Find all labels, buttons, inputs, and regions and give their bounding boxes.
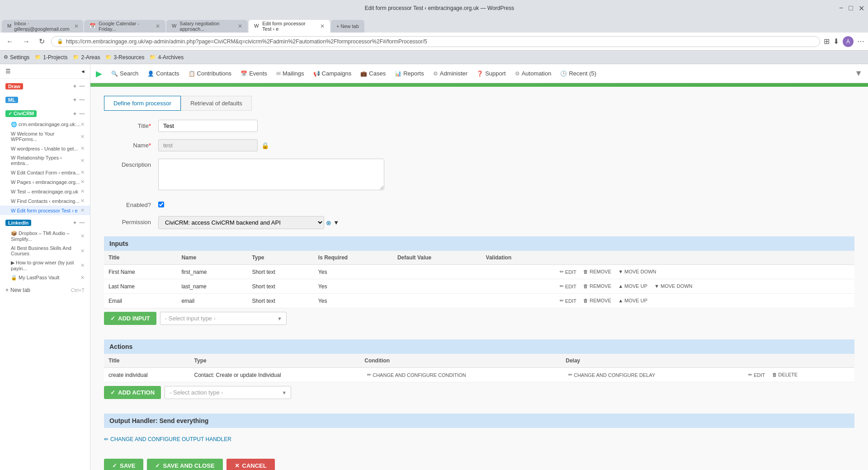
nav-search[interactable]: 🔍 Search <box>108 68 142 79</box>
linkedin-add-icon[interactable]: + <box>73 220 76 226</box>
add-input-button[interactable]: ✓ ADD INPUT <box>104 312 156 325</box>
sidebar-item-crm[interactable]: 🌐 crm.embracingage.org.uk:... ✕ <box>0 120 90 129</box>
refresh-button[interactable]: ↻ <box>36 36 47 47</box>
back-button[interactable]: ← <box>4 37 16 47</box>
sidebar-item-wpforms-close[interactable]: ✕ <box>80 134 85 140</box>
sidebar-item-editform[interactable]: W Edit form processor Test ‹ e ✕ <box>0 206 90 215</box>
new-tab-button[interactable]: + New tab Ctrl+T <box>0 284 90 296</box>
maximize-btn[interactable]: □ <box>849 4 853 13</box>
menu-btn[interactable]: ⋯ <box>857 37 864 46</box>
tab-close-calendar[interactable]: ✕ <box>156 23 160 29</box>
linkedin-more-icon[interactable]: ⋯ <box>79 220 85 226</box>
tab-calendar[interactable]: 📅 Google Calendar - Friday... ✕ <box>84 20 165 33</box>
sidebar-item-dropbox[interactable]: 📦 Dropbox – TMI Audio – Simplify... ✕ <box>0 229 90 244</box>
row3-moveup-btn[interactable]: ▲ MOVE UP <box>615 297 650 304</box>
bookmark-settings[interactable]: ⚙ Settings <box>4 54 29 61</box>
tab-editform[interactable]: W Edit form processor Test ‹ e ✕ <box>249 20 330 33</box>
sidebar-item-skills[interactable]: AI Best Business Skills And Courses ✕ <box>0 244 90 258</box>
permission-clear-icon[interactable]: ⊗ <box>326 219 331 226</box>
sidebar-item-dropbox-close[interactable]: ✕ <box>80 233 85 239</box>
sidebar-item-wpforms[interactable]: W Welcome to Your WPForms... ✕ <box>0 129 90 144</box>
sidebar-item-pages-close[interactable]: ✕ <box>80 179 85 185</box>
sidebar-menu-icon[interactable]: ☰ <box>5 68 11 75</box>
row1-edit-btn[interactable]: ✏ EDIT <box>557 268 579 276</box>
sidebar-item-skills-close[interactable]: ✕ <box>80 248 85 254</box>
nav-cases[interactable]: 💼 Cases <box>357 68 389 79</box>
nav-contributions[interactable]: 📋 Contributions <box>185 68 236 79</box>
nav-more-button[interactable]: ▼ <box>854 69 863 78</box>
forward-button[interactable]: → <box>20 37 33 47</box>
bookmark-areas[interactable]: 📁 2-Areas <box>73 54 100 61</box>
sidebar-item-editform-close[interactable]: ✕ <box>80 207 85 213</box>
tab-close-editform[interactable]: ✕ <box>320 23 325 29</box>
tab-define-form-processor[interactable]: Define form processor <box>104 96 181 111</box>
change-condition-btn[interactable]: ✏ CHANGE AND CONFIGURE CONDITION <box>364 371 469 379</box>
close-btn[interactable]: ✕ <box>859 4 864 13</box>
sidebar-item-grow-close[interactable]: ✕ <box>80 263 85 268</box>
action-type-select[interactable]: - Select action type - <box>165 386 291 399</box>
row3-edit-btn[interactable]: ✏ EDIT <box>557 297 579 305</box>
ml-add-icon[interactable]: + <box>73 97 76 103</box>
sidebar-item-lastpass-close[interactable]: ✕ <box>80 275 85 281</box>
permission-select[interactable]: CiviCRM: access CiviCRM backend and API <box>158 216 324 229</box>
sidebar-item-test[interactable]: W Test – embracingage.org.uk ✕ <box>0 187 90 196</box>
save-and-close-button[interactable]: ✓ SAVE AND CLOSE <box>147 459 222 470</box>
sidebar-item-findcontacts[interactable]: W Find Contacts ‹ embracing... ✕ <box>0 196 90 206</box>
nav-automation[interactable]: ⚙ Automation <box>511 68 555 79</box>
tab-newtab[interactable]: + New tab <box>331 20 364 33</box>
sidebar-item-editcontact[interactable]: W Edit Contact Form ‹ embra... ✕ <box>0 168 90 177</box>
action-row1-delete-btn[interactable]: 🗑 DELETE <box>769 371 801 378</box>
title-input[interactable] <box>158 120 258 132</box>
sidebar-item-grow[interactable]: ▶ How to grow wiser (by just payin... ✕ <box>0 258 90 273</box>
civicrm-more-icon[interactable]: ⋯ <box>79 111 85 117</box>
tab-close-inbox[interactable]: ✕ <box>74 23 79 29</box>
nav-contacts[interactable]: 👤 Contacts <box>144 68 183 79</box>
draw-add-icon[interactable]: + <box>73 83 76 89</box>
sidebar-item-crm-close[interactable]: ✕ <box>80 122 85 127</box>
row1-remove-btn[interactable]: 🗑 REMOVE <box>580 268 614 275</box>
nav-events[interactable]: 📅 Events <box>237 68 271 79</box>
action-row1-edit-btn[interactable]: ✏ EDIT <box>745 371 768 379</box>
nav-reports[interactable]: 📊 Reports <box>391 68 428 79</box>
nav-administer[interactable]: ⚙ Administer <box>429 68 471 79</box>
save-button[interactable]: ✓ SAVE <box>104 459 143 470</box>
sidebar-item-editcontact-close[interactable]: ✕ <box>80 169 85 175</box>
sidebar-item-reltypes-close[interactable]: ✕ <box>80 158 85 164</box>
row2-remove-btn[interactable]: 🗑 REMOVE <box>580 282 614 290</box>
nav-mailings[interactable]: ✉ Mailings <box>273 68 308 79</box>
bookmark-projects[interactable]: 📁 1-Projects <box>35 54 67 61</box>
change-output-handler-btn[interactable]: ✏ CHANGE AND CONFIGURE OUTPUT HANDLER <box>104 434 231 444</box>
cancel-button[interactable]: ✕ CANCEL <box>226 459 275 470</box>
row1-movedown-btn[interactable]: ▼ MOVE DOWN <box>615 268 659 275</box>
description-textarea[interactable] <box>158 159 384 190</box>
tab-retrieval-defaults[interactable]: Retrieval of defaults <box>181 96 252 111</box>
extensions-btn[interactable]: ⊞ <box>824 37 830 46</box>
draw-more-icon[interactable]: ⋯ <box>79 83 85 89</box>
sidebar-group-civicrm-label[interactable]: ✓ CiviCRM + ⋯ <box>0 108 90 120</box>
sidebar-item-pages[interactable]: W Pages ‹ embracingage.org... ✕ <box>0 177 90 187</box>
download-btn[interactable]: ⬇ <box>833 37 839 46</box>
tab-inbox[interactable]: M Inbox · gillenpj@googlemail.com ✕ <box>2 20 83 33</box>
row3-remove-btn[interactable]: 🗑 REMOVE <box>580 297 614 304</box>
profile-btn[interactable]: A <box>843 36 854 47</box>
row2-moveup-btn[interactable]: ▲ MOVE UP <box>615 282 650 290</box>
input-type-select[interactable]: - Select input type - <box>160 312 287 325</box>
sidebar-group-linkedin-label[interactable]: LinkedIn + ⋯ <box>0 217 90 229</box>
tab-salary[interactable]: W Salary negotiation approach... ✕ <box>166 20 248 33</box>
sidebar-item-findcontacts-close[interactable]: ✕ <box>80 198 85 204</box>
change-delay-btn[interactable]: ✏ CHANGE AND CONFIGURE DELAY <box>566 371 658 379</box>
civicrm-add-icon[interactable]: + <box>73 111 76 117</box>
row2-edit-btn[interactable]: ✏ EDIT <box>557 282 579 290</box>
enabled-checkbox[interactable] <box>158 202 164 207</box>
nav-recent[interactable]: 🕒 Recent (5) <box>557 68 600 79</box>
minimize-btn[interactable]: − <box>839 4 843 13</box>
address-box[interactable]: 🔒 https://crm.embracingage.org.uk/wp-adm… <box>51 36 820 47</box>
sidebar-collapse-icon[interactable]: ◂ <box>81 68 85 75</box>
add-action-button[interactable]: ✓ ADD ACTION <box>104 386 161 399</box>
nav-campaigns[interactable]: 📢 Campaigns <box>310 68 355 79</box>
name-input[interactable] <box>158 139 258 151</box>
sidebar-item-wordpress-close[interactable]: ✕ <box>80 146 85 151</box>
tab-close-salary[interactable]: ✕ <box>238 23 242 29</box>
sidebar-item-test-close[interactable]: ✕ <box>80 188 85 194</box>
sidebar-group-ml-label[interactable]: ML + ⋯ <box>0 94 90 106</box>
